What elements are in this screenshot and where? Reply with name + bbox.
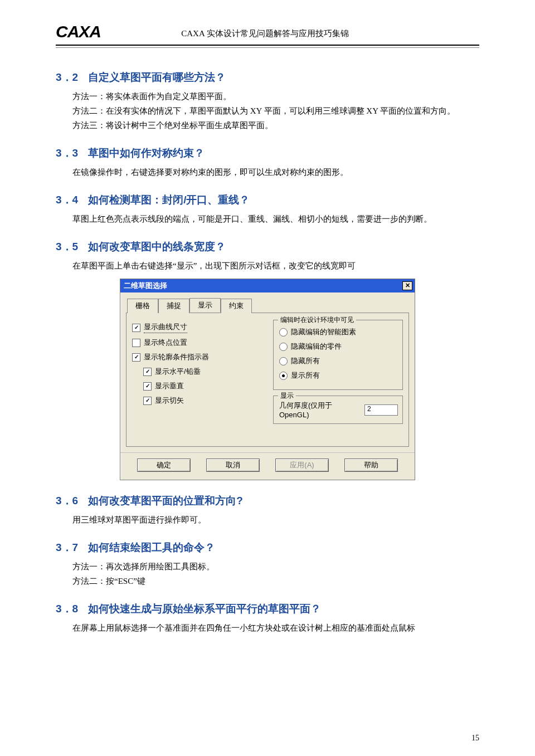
- radio-hide-smart-feature[interactable]: [279, 328, 288, 336]
- paragraph: 方法一：将实体表面作为自定义草图平面。: [56, 89, 479, 104]
- section-title: 草图中如何作对称约束？: [88, 147, 205, 159]
- section-num: 3．6: [56, 495, 78, 506]
- group-display: 显示 几何厚度(仅用于OpenGL) 2: [273, 396, 403, 424]
- section-title: 如何检测草图：封闭/开口、重线？: [88, 194, 250, 206]
- paragraph: 方法二：按“ESC”键: [56, 574, 479, 588]
- paragraph: 在镜像操作时，右键选择要对称约束的图形，即可以生成对称约束的图形。: [56, 165, 479, 179]
- paragraph: 方法三：将设计树中三个绝对坐标平面生成草图平面。: [56, 118, 479, 133]
- radio-label: 隐藏编辑的零件: [291, 342, 342, 352]
- section-num: 3．3: [56, 147, 78, 159]
- section-heading-3-7: 3．7如何结束绘图工具的命令？: [56, 540, 479, 555]
- checkbox-label: 显示轮廓条件指示器: [144, 352, 209, 362]
- checkbox-label: 显示水平/铅垂: [155, 367, 201, 377]
- checkbox-label: 显示曲线尺寸: [144, 322, 187, 333]
- section-heading-3-4: 3．4如何检测草图：封闭/开口、重线？: [56, 193, 479, 207]
- section-title: 如何结束绘图工具的命令？: [88, 542, 215, 553]
- checkbox-show-endpoint[interactable]: [132, 339, 140, 347]
- paragraph: 方法一：再次选择所用绘图工具图标。: [56, 559, 479, 574]
- dialog-titlebar: 二维草图选择 ✕: [120, 279, 415, 292]
- cancel-button[interactable]: 取消: [206, 459, 260, 472]
- tab-display[interactable]: 显示: [189, 298, 221, 313]
- section-title: 自定义草图平面有哪些方法？: [88, 71, 226, 83]
- brand-logo: CAXA: [56, 22, 101, 41]
- tab-grid[interactable]: 栅格: [127, 299, 158, 313]
- checkbox-show-outline-indicator[interactable]: [132, 353, 140, 362]
- dialog-left-column: 显示曲线尺寸 显示终点位置 显示轮廓条件指示器 显示水平/铅垂 显示垂直 显示切…: [132, 320, 262, 430]
- checkbox-show-horizontal-vertical[interactable]: [143, 368, 152, 376]
- radio-hide-all[interactable]: [279, 357, 288, 365]
- section-num: 3．2: [56, 71, 78, 83]
- dialog-tabs: 栅格 捕捉 显示 约束: [120, 292, 415, 313]
- section-heading-3-8: 3．8如何快速生成与原始坐标系平面平行的草图平面？: [56, 602, 479, 616]
- checkbox-show-tangent[interactable]: [143, 397, 152, 405]
- section-title: 如何改变草图中的线条宽度？: [88, 241, 226, 252]
- tab-snap[interactable]: 捕捉: [158, 299, 189, 313]
- paragraph: 用三维球对草图平面进行操作即可。: [56, 513, 479, 527]
- section-num: 3．7: [56, 542, 78, 553]
- checkbox-show-perpendicular[interactable]: [143, 382, 152, 391]
- section-heading-3-3: 3．3草图中如何作对称约束？: [56, 146, 479, 160]
- paragraph: 方法二：在没有实体的情况下，草图平面默认为 XY 平面，可以利用三维球调整 XY…: [56, 104, 479, 118]
- section-num: 3．4: [56, 194, 78, 206]
- thickness-input[interactable]: 2: [364, 404, 398, 416]
- page-header-title: CAXA 实体设计常见问题解答与应用技巧集锦: [101, 28, 429, 41]
- radio-show-all[interactable]: [279, 372, 288, 380]
- checkbox-label: 显示终点位置: [144, 338, 187, 348]
- paragraph: 草图上红色亮点表示线段的端点，可能是开口、重线、漏线、相切小的短线，需要进一步的…: [56, 212, 479, 226]
- header-divider: [56, 45, 479, 48]
- radio-label: 隐藏所有: [291, 356, 320, 366]
- thickness-label: 几何厚度(仅用于OpenGL): [279, 401, 346, 419]
- radio-label: 显示所有: [291, 370, 320, 381]
- section-heading-3-6: 3．6如何改变草图平面的位置和方向?: [56, 494, 479, 508]
- checkbox-show-curve-size[interactable]: [132, 324, 140, 332]
- radio-hide-edit-part[interactable]: [279, 343, 288, 351]
- dialog-body: 显示曲线尺寸 显示终点位置 显示轮廓条件指示器 显示水平/铅垂 显示垂直 显示切…: [126, 313, 409, 447]
- section-heading-3-2: 3．2自定义草图平面有哪些方法？: [56, 70, 479, 85]
- radio-label: 隐藏编辑的智能图素: [291, 327, 356, 337]
- paragraph: 在草图平面上单击右键选择“显示”，出现下图所示对话框，改变它的线宽即可: [56, 258, 479, 273]
- page-number: 15: [471, 734, 479, 743]
- section-heading-3-5: 3．5如何改变草图中的线条宽度？: [56, 240, 479, 254]
- ok-button[interactable]: 确定: [137, 459, 191, 472]
- dialog-right-column: 编辑时在设计环境中可见 隐藏编辑的智能图素 隐藏编辑的零件 隐藏所有 显示所有 …: [273, 320, 403, 430]
- dialog-title: 二维草图选择: [124, 281, 167, 291]
- group-edit-visibility: 编辑时在设计环境中可见 隐藏编辑的智能图素 隐藏编辑的零件 隐藏所有 显示所有: [273, 320, 403, 390]
- dialog-button-row: 确定 取消 应用(A) 帮助: [120, 452, 415, 480]
- section-title: 如何改变草图平面的位置和方向?: [88, 495, 243, 506]
- paragraph: 在屏幕上用鼠标选择一个基准面并在四角任一小红方块处或在设计树上相应的基准面处点鼠…: [56, 621, 479, 635]
- checkbox-label: 显示垂直: [155, 381, 184, 391]
- close-icon[interactable]: ✕: [402, 281, 412, 290]
- group-title: 编辑时在设计环境中可见: [278, 315, 356, 325]
- section-num: 3．8: [56, 603, 78, 614]
- checkbox-label: 显示切矢: [155, 396, 184, 406]
- apply-button[interactable]: 应用(A): [275, 459, 329, 472]
- tab-constraint[interactable]: 约束: [221, 299, 252, 313]
- help-button[interactable]: 帮助: [344, 459, 398, 472]
- section-num: 3．5: [56, 241, 78, 252]
- section-title: 如何快速生成与原始坐标系平面平行的草图平面？: [88, 603, 321, 614]
- sketch-select-dialog: 二维草图选择 ✕ 栅格 捕捉 显示 约束 显示曲线尺寸 显示终点位置 显示轮廓条…: [120, 279, 415, 480]
- group-title: 显示: [278, 391, 296, 401]
